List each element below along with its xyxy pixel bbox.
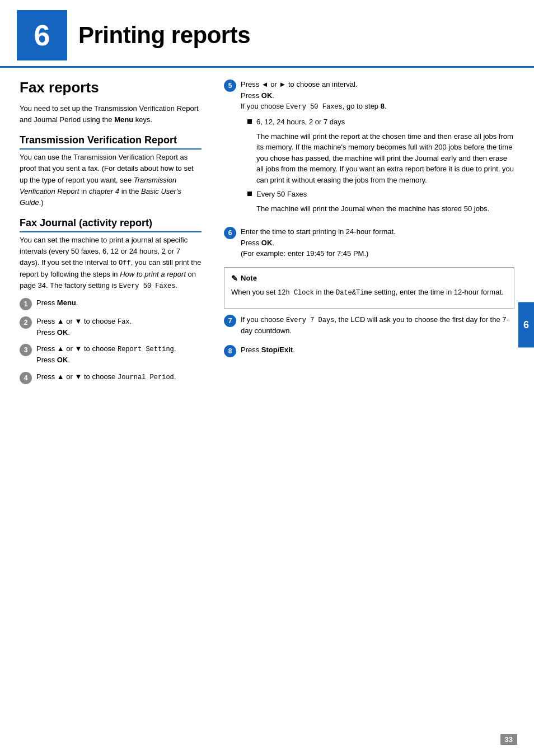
- step-5-badge: 5: [224, 80, 236, 92]
- step-6-badge: 6: [224, 227, 236, 239]
- bullet-2-detail: The machine will print the Journal when …: [256, 203, 514, 214]
- chapter-title: Printing reports: [78, 22, 250, 49]
- bullet-1-icon: [247, 119, 252, 124]
- page-number: 33: [500, 734, 517, 745]
- step-8-text: Press Stop/Exit.: [241, 344, 295, 356]
- step-7-text: If you choose Every 7 Days, the LCD will…: [241, 314, 514, 337]
- fax-journal-heading: Fax Journal (activity report): [20, 217, 202, 232]
- step-4-badge: 4: [20, 372, 32, 384]
- content-wrapper: Fax reports You need to set up the Trans…: [0, 68, 534, 390]
- bullet-section: 6, 12, 24 hours, 2 or 7 days The machine…: [247, 116, 514, 214]
- page-header: 6 Printing reports: [0, 0, 534, 68]
- step-4-text: Press ▲ or ▼ to choose Journal Period.: [36, 371, 176, 382]
- note-header: ✎ Note: [231, 273, 507, 284]
- left-column: Fax reports You need to set up the Trans…: [0, 79, 213, 390]
- step-2: 2 Press ▲ or ▼ to choose Fax.Press OK.: [20, 316, 202, 338]
- note-body: When you set 12h Clock in the Date&Time …: [231, 287, 507, 298]
- side-tab-label: 6: [523, 319, 529, 331]
- tvr-body: You can use the Transmission Verificatio…: [20, 152, 202, 208]
- chapter-badge: 6: [17, 10, 67, 60]
- step-1-badge: 1: [20, 298, 32, 310]
- step-2-badge: 2: [20, 316, 32, 329]
- step-3-badge: 3: [20, 344, 32, 356]
- bullet-1-detail: The machine will print the report at the…: [256, 131, 514, 186]
- step-8-badge: 8: [224, 345, 236, 357]
- step-6: 6 Enter the time to start printing in 24…: [224, 226, 514, 259]
- step-3: 3 Press ▲ or ▼ to choose Report Setting.…: [20, 343, 202, 366]
- note-box: ✎ Note When you set 12h Clock in the Dat…: [224, 267, 514, 309]
- note-title: Note: [241, 273, 257, 284]
- fax-reports-heading: Fax reports: [20, 79, 202, 96]
- step-5: 5 Press ◄ or ► to choose an interval. Pr…: [224, 79, 514, 218]
- tvr-heading: Transmission Verification Report: [20, 134, 202, 150]
- fax-journal-body: You can set the machine to print a journ…: [20, 235, 202, 292]
- bullet-2-icon: [247, 192, 252, 196]
- side-tab: 6: [518, 302, 534, 348]
- left-steps: 1 Press Menu. 2 Press ▲ or ▼ to choose F…: [20, 297, 202, 384]
- step-3-text: Press ▲ or ▼ to choose Report Setting.Pr…: [36, 343, 176, 366]
- step-8: 8 Press Stop/Exit.: [224, 344, 514, 357]
- chapter-number: 6: [34, 18, 50, 52]
- note-icon: ✎: [231, 273, 238, 284]
- step-7-badge: 7: [224, 315, 236, 327]
- step-6-text: Enter the time to start printing in 24-h…: [241, 226, 396, 259]
- step-2-text: Press ▲ or ▼ to choose Fax.Press OK.: [36, 316, 132, 338]
- bullet-1-label: 6, 12, 24 hours, 2 or 7 days: [256, 116, 345, 128]
- bullet-2: Every 50 Faxes: [247, 189, 514, 200]
- step-1: 1 Press Menu.: [20, 297, 202, 310]
- step-4: 4 Press ▲ or ▼ to choose Journal Period.: [20, 371, 202, 384]
- fax-reports-body: You need to set up the Transmission Veri…: [20, 103, 202, 125]
- bullet-1: 6, 12, 24 hours, 2 or 7 days: [247, 116, 514, 128]
- right-column: 5 Press ◄ or ► to choose an interval. Pr…: [213, 79, 534, 390]
- step-1-text: Press Menu.: [36, 297, 78, 309]
- bullet-2-label: Every 50 Faxes: [256, 189, 307, 200]
- step-7: 7 If you choose Every 7 Days, the LCD wi…: [224, 314, 514, 337]
- step-5-text: Press ◄ or ► to choose an interval. Pres…: [241, 79, 514, 218]
